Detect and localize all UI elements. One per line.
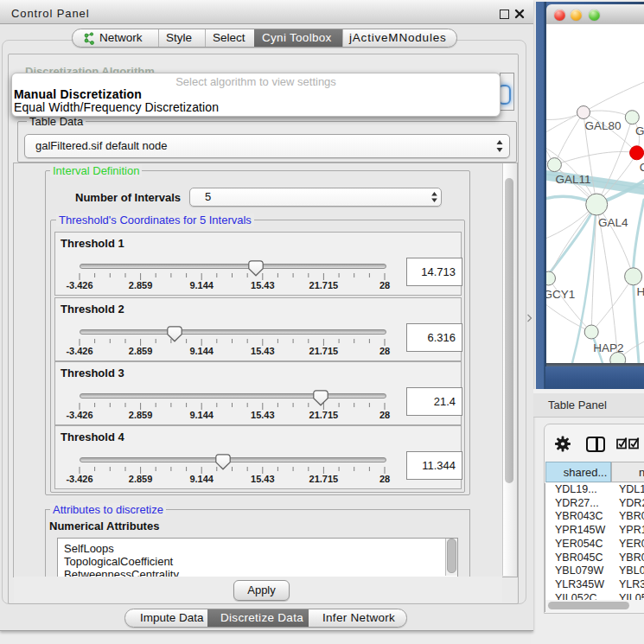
svg-text:GAL80: GAL80 [585, 119, 622, 132]
svg-text:GAL2: GAL2 [635, 124, 644, 137]
svg-text:GAL4: GAL4 [598, 216, 628, 229]
svg-text:GCY1: GCY1 [546, 288, 575, 301]
svg-text:GAL11: GAL11 [556, 173, 591, 186]
svg-text:CD: CD [640, 161, 644, 174]
svg-text:HI: HI [637, 285, 644, 298]
svg-text:HAP2: HAP2 [593, 341, 623, 354]
